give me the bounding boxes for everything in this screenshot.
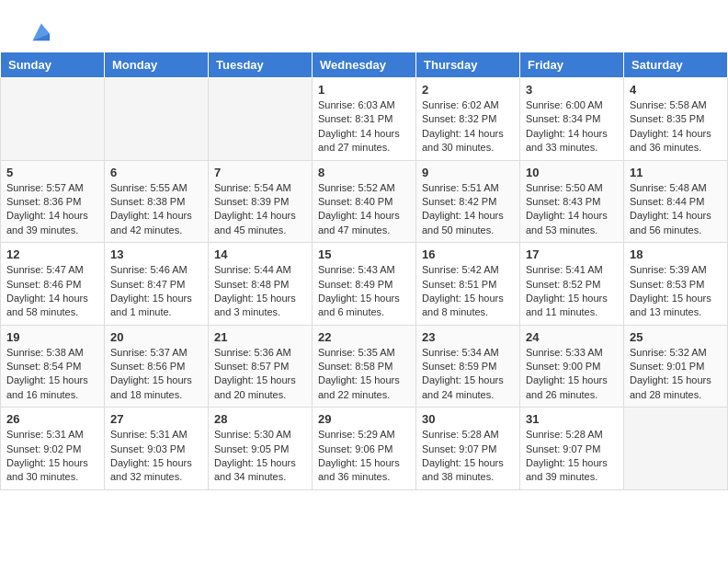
weekday-header-thursday: Thursday (416, 52, 520, 78)
day-number: 15 (318, 247, 410, 261)
day-number: 21 (214, 330, 306, 344)
day-number: 26 (6, 412, 98, 426)
day-number: 6 (110, 166, 202, 179)
day-number: 20 (110, 330, 202, 344)
calendar-row: 1Sunrise: 6:03 AM Sunset: 8:31 PM Daylig… (1, 78, 728, 161)
day-info: Sunrise: 5:36 AM Sunset: 8:57 PM Dayligh… (214, 346, 306, 403)
day-info: Sunrise: 5:31 AM Sunset: 9:02 PM Dayligh… (6, 428, 98, 485)
calendar-cell: 6Sunrise: 5:55 AM Sunset: 8:38 PM Daylig… (105, 160, 209, 243)
day-info: Sunrise: 5:28 AM Sunset: 9:07 PM Dayligh… (422, 428, 514, 485)
day-info: Sunrise: 5:33 AM Sunset: 9:00 PM Dayligh… (526, 346, 618, 403)
day-info: Sunrise: 5:28 AM Sunset: 9:07 PM Dayligh… (526, 428, 618, 485)
calendar-cell: 19Sunrise: 5:38 AM Sunset: 8:54 PM Dayli… (1, 325, 105, 408)
day-number: 14 (214, 247, 306, 261)
day-number: 29 (318, 412, 410, 426)
day-info: Sunrise: 5:34 AM Sunset: 8:59 PM Dayligh… (422, 346, 514, 403)
day-number: 28 (214, 412, 306, 426)
day-info: Sunrise: 5:39 AM Sunset: 8:53 PM Dayligh… (630, 263, 722, 320)
weekday-header-tuesday: Tuesday (209, 52, 313, 78)
calendar-cell: 20Sunrise: 5:37 AM Sunset: 8:56 PM Dayli… (105, 325, 209, 408)
day-info: Sunrise: 5:42 AM Sunset: 8:51 PM Dayligh… (422, 263, 514, 320)
calendar-cell (624, 408, 728, 490)
calendar-cell: 30Sunrise: 5:28 AM Sunset: 9:07 PM Dayli… (416, 408, 520, 490)
weekday-header-friday: Friday (520, 52, 624, 78)
day-number: 25 (630, 330, 722, 344)
calendar-cell: 1Sunrise: 6:03 AM Sunset: 8:31 PM Daylig… (313, 78, 416, 161)
weekday-header-sunday: Sunday (1, 52, 105, 78)
calendar-cell: 16Sunrise: 5:42 AM Sunset: 8:51 PM Dayli… (416, 243, 520, 326)
calendar-cell: 7Sunrise: 5:54 AM Sunset: 8:39 PM Daylig… (209, 160, 313, 243)
calendar-cell: 28Sunrise: 5:30 AM Sunset: 9:05 PM Dayli… (209, 408, 313, 490)
calendar-cell: 2Sunrise: 6:02 AM Sunset: 8:32 PM Daylig… (416, 78, 520, 161)
calendar-cell (105, 78, 209, 161)
day-info: Sunrise: 5:32 AM Sunset: 9:01 PM Dayligh… (630, 346, 722, 403)
day-info: Sunrise: 5:35 AM Sunset: 8:58 PM Dayligh… (318, 346, 410, 403)
calendar-row: 26Sunrise: 5:31 AM Sunset: 9:02 PM Dayli… (1, 408, 728, 490)
day-number: 12 (6, 247, 98, 261)
calendar-cell: 15Sunrise: 5:43 AM Sunset: 8:49 PM Dayli… (313, 243, 416, 326)
day-number: 7 (214, 166, 306, 179)
day-number: 17 (526, 247, 618, 261)
day-number: 8 (318, 166, 410, 179)
calendar-cell: 4Sunrise: 5:58 AM Sunset: 8:35 PM Daylig… (624, 78, 728, 161)
weekday-header-wednesday: Wednesday (313, 52, 416, 78)
day-info: Sunrise: 5:54 AM Sunset: 8:39 PM Dayligh… (214, 181, 306, 238)
calendar-row: 19Sunrise: 5:38 AM Sunset: 8:54 PM Dayli… (1, 325, 728, 408)
day-info: Sunrise: 5:46 AM Sunset: 8:47 PM Dayligh… (110, 263, 202, 320)
day-number: 5 (6, 166, 98, 179)
day-number: 4 (630, 83, 722, 97)
calendar-cell: 29Sunrise: 5:29 AM Sunset: 9:06 PM Dayli… (313, 408, 416, 490)
day-info: Sunrise: 5:55 AM Sunset: 8:38 PM Dayligh… (110, 181, 202, 238)
calendar-row: 12Sunrise: 5:47 AM Sunset: 8:46 PM Dayli… (1, 243, 728, 326)
calendar-cell: 22Sunrise: 5:35 AM Sunset: 8:58 PM Dayli… (313, 325, 416, 408)
day-info: Sunrise: 5:37 AM Sunset: 8:56 PM Dayligh… (110, 346, 202, 403)
day-info: Sunrise: 5:51 AM Sunset: 8:42 PM Dayligh… (422, 181, 514, 238)
day-number: 1 (318, 83, 410, 97)
day-info: Sunrise: 5:57 AM Sunset: 8:36 PM Dayligh… (6, 181, 98, 238)
day-number: 2 (422, 83, 514, 97)
calendar-cell: 5Sunrise: 5:57 AM Sunset: 8:36 PM Daylig… (1, 160, 105, 243)
calendar-cell: 13Sunrise: 5:46 AM Sunset: 8:47 PM Dayli… (105, 243, 209, 326)
calendar-cell: 27Sunrise: 5:31 AM Sunset: 9:03 PM Dayli… (105, 408, 209, 490)
day-info: Sunrise: 5:52 AM Sunset: 8:40 PM Dayligh… (318, 181, 410, 238)
calendar-cell: 11Sunrise: 5:48 AM Sunset: 8:44 PM Dayli… (624, 160, 728, 243)
calendar-cell: 9Sunrise: 5:51 AM Sunset: 8:42 PM Daylig… (416, 160, 520, 243)
day-info: Sunrise: 6:02 AM Sunset: 8:32 PM Dayligh… (422, 98, 514, 155)
calendar-cell: 26Sunrise: 5:31 AM Sunset: 9:02 PM Dayli… (1, 408, 105, 490)
day-number: 3 (526, 83, 618, 97)
header (0, 0, 728, 52)
day-number: 22 (318, 330, 410, 344)
day-info: Sunrise: 5:41 AM Sunset: 8:52 PM Dayligh… (526, 263, 618, 320)
day-info: Sunrise: 5:31 AM Sunset: 9:03 PM Dayligh… (110, 428, 202, 485)
day-number: 30 (422, 412, 514, 426)
day-number: 9 (422, 166, 514, 179)
day-info: Sunrise: 6:00 AM Sunset: 8:34 PM Dayligh… (526, 98, 618, 155)
calendar-cell: 21Sunrise: 5:36 AM Sunset: 8:57 PM Dayli… (209, 325, 313, 408)
day-info: Sunrise: 5:50 AM Sunset: 8:43 PM Dayligh… (526, 181, 618, 238)
calendar-row: 5Sunrise: 5:57 AM Sunset: 8:36 PM Daylig… (1, 160, 728, 243)
day-number: 16 (422, 247, 514, 261)
day-info: Sunrise: 6:03 AM Sunset: 8:31 PM Dayligh… (318, 98, 410, 155)
day-info: Sunrise: 5:29 AM Sunset: 9:06 PM Dayligh… (318, 428, 410, 485)
calendar-cell (1, 78, 105, 161)
weekday-header-saturday: Saturday (624, 52, 728, 78)
calendar-cell: 31Sunrise: 5:28 AM Sunset: 9:07 PM Dayli… (520, 408, 624, 490)
day-info: Sunrise: 5:30 AM Sunset: 9:05 PM Dayligh… (214, 428, 306, 485)
calendar-cell: 23Sunrise: 5:34 AM Sunset: 8:59 PM Dayli… (416, 325, 520, 408)
day-number: 11 (630, 166, 722, 179)
day-number: 18 (630, 247, 722, 261)
calendar-cell (209, 78, 313, 161)
day-number: 13 (110, 247, 202, 261)
day-number: 23 (422, 330, 514, 344)
calendar-cell: 3Sunrise: 6:00 AM Sunset: 8:34 PM Daylig… (520, 78, 624, 161)
day-info: Sunrise: 5:48 AM Sunset: 8:44 PM Dayligh… (630, 181, 722, 238)
calendar-header: SundayMondayTuesdayWednesdayThursdayFrid… (1, 52, 728, 78)
calendar-cell: 24Sunrise: 5:33 AM Sunset: 9:00 PM Dayli… (520, 325, 624, 408)
calendar: SundayMondayTuesdayWednesdayThursdayFrid… (0, 52, 728, 490)
calendar-cell: 10Sunrise: 5:50 AM Sunset: 8:43 PM Dayli… (520, 160, 624, 243)
calendar-cell: 25Sunrise: 5:32 AM Sunset: 9:01 PM Dayli… (624, 325, 728, 408)
day-number: 27 (110, 412, 202, 426)
calendar-cell: 12Sunrise: 5:47 AM Sunset: 8:46 PM Dayli… (1, 243, 105, 326)
day-number: 19 (6, 330, 98, 344)
calendar-cell: 18Sunrise: 5:39 AM Sunset: 8:53 PM Dayli… (624, 243, 728, 326)
